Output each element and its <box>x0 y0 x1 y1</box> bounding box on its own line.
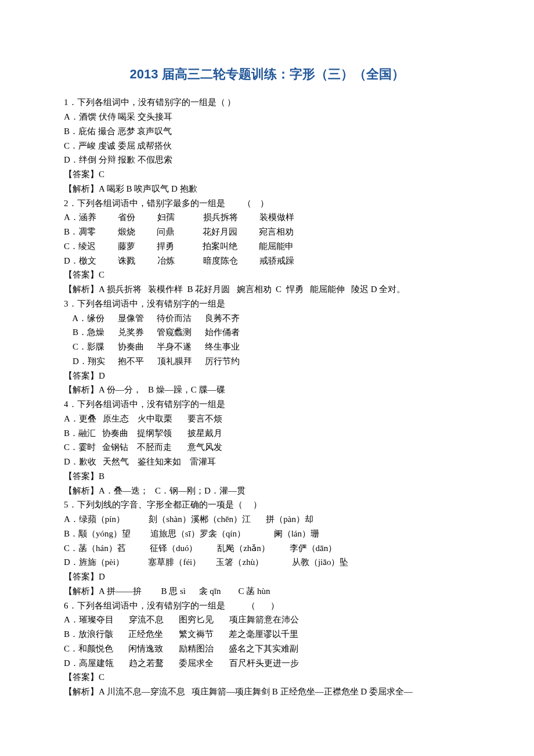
q4-explanation: 【解析】A．叠—迭； C．钢—刚；D．灌—贯 <box>64 484 470 498</box>
q3-option-b: B．急燥 兑奖券 管窥蠡测 始作俑者 <box>64 325 470 340</box>
q3-option-c: C．影牒 协奏曲 半身不遂 终生事业 <box>64 340 470 354</box>
q6-explanation: 【解析】A 川流不息—穿流不息 项庄舞箭—项庄舞剑 B 正经危坐—正襟危坐 D … <box>64 685 470 699</box>
q3-stem: 3．下列各组词语中，没有错别字的一组是 <box>64 297 470 311</box>
q5-option-d: D．旌旆（pèi） 塞草腓（féi） 玉箸（zhù） 从教（jiāo）坠 <box>64 555 470 570</box>
q2-option-b: B．凋零 煅烧 问鼎 花好月园 宛言相劝 <box>64 225 470 239</box>
q5-explanation: 【解析】A 拼——拚 B 思 sì 衾 qīn C 菡 hùn <box>64 584 470 599</box>
q3-option-a: A．缘份 显像管 待价而沽 良莠不齐 <box>64 311 470 326</box>
q4-option-b: B．融汇 协奏曲 提纲挈领 披星戴月 <box>64 426 470 441</box>
q6-option-c: C．和颜悦色 闲情逸致 励精图治 盛名之下其实难副 <box>64 642 470 656</box>
q1-option-c: C．严峻 虔诚 委屈 成帮搭伙 <box>64 139 470 153</box>
q1-option-a: A．酒馔 伏侍 喝采 交头接耳 <box>64 110 470 124</box>
q1-explanation: 【解析】A 喝彩 B 唉声叹气 D 抱歉 <box>64 182 470 196</box>
q6-option-a: A．璀璨夺目 穿流不息 图穷匕见 项庄舞箭意在沛公 <box>64 613 470 627</box>
q3-answer: 【答案】D <box>64 369 470 383</box>
q5-option-a: A．绿蘋（pín） 刻（shàn）溪郴（chēn）江 拼（pàn）却 <box>64 512 470 527</box>
q4-stem: 4．下列各组词语中，没有错别字的一组是 <box>64 397 470 412</box>
q2-option-d: D．檄文 诛戮 冶炼 暗度陈仓 戒骄戒躁 <box>64 254 470 268</box>
q4-option-d: D．歉收 天然气 鉴往知来如 雷灌耳 <box>64 455 470 469</box>
q3-explanation: 【解析】A 份—分， B 燥—躁，C 牒—碟 <box>64 383 470 397</box>
q6-answer: 【答案】C <box>64 670 470 685</box>
q1-answer: 【答案】C <box>64 167 470 182</box>
document-page: 2013 届高三二轮专题训练：字形（三）（全国） 1．下列各组词中，没有错别字的… <box>0 0 534 734</box>
q3-option-d: D．翔实 抱不平 顶礼膜拜 厉行节约 <box>64 354 470 369</box>
q5-stem: 5．下列划线的字音、字形全都正确的一项是（ ） <box>64 498 470 512</box>
document-title: 2013 届高三二轮专题训练：字形（三）（全国） <box>64 64 470 85</box>
q2-option-a: A．涵养 省份 妇孺 损兵拆将 装模做样 <box>64 210 470 225</box>
q4-option-c: C．霎时 金钢钻 不胫而走 意气风发 <box>64 440 470 455</box>
q2-explanation: 【解析】A 损兵折将 装模作样 B 花好月圆 婉言相劝 C 悍勇 能屈能伸 陵迟… <box>64 282 470 297</box>
q2-answer: 【答案】C <box>64 268 470 282</box>
q4-answer: 【答案】B <box>64 469 470 484</box>
q6-option-b: B．放浪行骸 正经危坐 繁文褥节 差之毫厘谬以千里 <box>64 627 470 642</box>
q1-stem: 1．下列各组词中，没有错别字的一组是（ ） <box>64 95 470 110</box>
q5-option-c: C．菡（hán）萏 征铎（duó） 乱飐（zhǎn） 李俨（dān） <box>64 541 470 556</box>
q6-option-d: D．高屋建瓴 趋之若鹜 委屈求全 百尺杆头更进一步 <box>64 656 470 671</box>
q2-stem: 2．下列各组词语中，错别字最多的一组是 （ ） <box>64 196 470 211</box>
q5-option-b: B．颙（yóng）望 追旅思（sī）罗衾（qín） 阑（lán）珊 <box>64 527 470 541</box>
q6-stem: 6．下列各组词语中，没有错别字的一组是 （ ） <box>64 599 470 613</box>
q5-answer: 【答案】D <box>64 570 470 584</box>
q1-option-d: D．绊倒 分辩 报歉 不假思索 <box>64 153 470 167</box>
q2-option-c: C．绫迟 藤萝 捍勇 拍案叫绝 能屈能申 <box>64 239 470 254</box>
q1-option-b: B．庇佑 撮合 恶梦 哀声叹气 <box>64 124 470 139</box>
q4-option-a: A．更叠 原生态 火中取栗 要言不烦 <box>64 412 470 426</box>
